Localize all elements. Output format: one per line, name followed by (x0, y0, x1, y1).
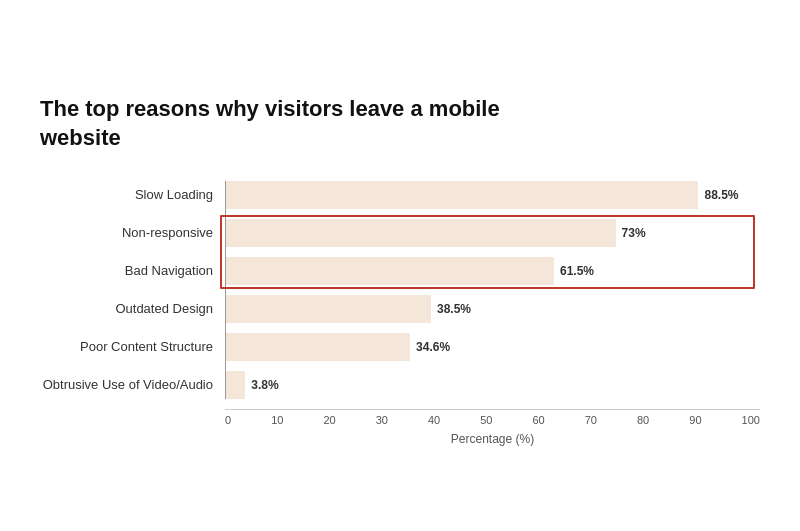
bars-section: Slow Loading88.5%Non-responsive73%Bad Na… (40, 181, 760, 399)
bar-value: 38.5% (437, 302, 471, 316)
bar-fill (225, 333, 410, 361)
bar-fill (225, 219, 616, 247)
chart-body: Slow Loading88.5%Non-responsive73%Bad Na… (40, 181, 760, 446)
bar-fill (225, 257, 554, 285)
bar-fill (225, 295, 431, 323)
bar-label: Bad Navigation (40, 263, 225, 278)
x-axis-tick: 10 (271, 414, 283, 426)
x-axis-tick: 20 (323, 414, 335, 426)
bar-value: 34.6% (416, 340, 450, 354)
axis-line (225, 181, 226, 399)
bar-label: Obtrusive Use of Video/Audio (40, 377, 225, 392)
bar-row: Slow Loading88.5% (40, 181, 760, 209)
x-axis-tick: 70 (585, 414, 597, 426)
bar-label: Outdated Design (40, 301, 225, 316)
bar-label: Slow Loading (40, 187, 225, 202)
x-axis-label: Percentage (%) (225, 432, 760, 446)
bar-fill (225, 181, 698, 209)
bar-track: 61.5% (225, 257, 760, 285)
bar-row: Non-responsive73% (40, 219, 760, 247)
x-axis-tick: 80 (637, 414, 649, 426)
chart-container: The top reasons why visitors leave a mob… (20, 65, 780, 465)
bar-label: Non-responsive (40, 225, 225, 240)
x-axis-tick: 60 (532, 414, 544, 426)
x-axis: 0102030405060708090100 (225, 409, 760, 426)
bar-track: 34.6% (225, 333, 760, 361)
x-axis-tick: 0 (225, 414, 231, 426)
x-axis-tick: 50 (480, 414, 492, 426)
bar-row: Outdated Design38.5% (40, 295, 760, 323)
bar-value: 73% (622, 226, 646, 240)
bar-label: Poor Content Structure (40, 339, 225, 354)
bar-value: 61.5% (560, 264, 594, 278)
bar-fill (225, 371, 245, 399)
bar-row: Obtrusive Use of Video/Audio3.8% (40, 371, 760, 399)
bar-track: 3.8% (225, 371, 760, 399)
bar-row: Bad Navigation61.5% (40, 257, 760, 285)
x-axis-ticks: 0102030405060708090100 (225, 410, 760, 426)
chart-title: The top reasons why visitors leave a mob… (40, 95, 560, 152)
bar-track: 73% (225, 219, 760, 247)
x-axis-tick: 30 (376, 414, 388, 426)
bar-value: 3.8% (251, 378, 278, 392)
x-axis-tick: 90 (689, 414, 701, 426)
bar-track: 88.5% (225, 181, 760, 209)
x-axis-tick: 40 (428, 414, 440, 426)
bar-track: 38.5% (225, 295, 760, 323)
x-axis-tick: 100 (742, 414, 760, 426)
bar-value: 88.5% (704, 188, 738, 202)
bar-row: Poor Content Structure34.6% (40, 333, 760, 361)
